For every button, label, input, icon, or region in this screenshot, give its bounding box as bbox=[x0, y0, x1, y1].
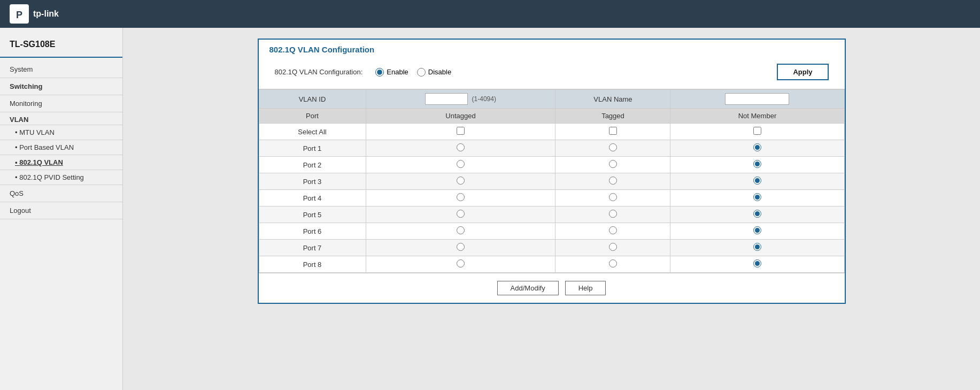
select-all-label: Select All bbox=[259, 124, 366, 140]
port-2-tagged-radio[interactable] bbox=[609, 160, 617, 168]
sidebar-item-logout[interactable]: Logout bbox=[0, 202, 122, 219]
sidebar-item-802-1q-vlan[interactable]: • 802.1Q VLAN bbox=[0, 155, 122, 170]
enable-disable-radio-group: Enable Disable bbox=[375, 68, 451, 77]
vlan-id-input[interactable] bbox=[425, 93, 468, 105]
vlan-id-row: VLAN ID (1-4094) VLAN Name bbox=[259, 90, 844, 109]
port-6-tagged-radio[interactable] bbox=[609, 226, 617, 234]
sidebar-item-mtu-vlan[interactable]: • MTU VLAN bbox=[0, 125, 122, 140]
select-all-untagged-cell bbox=[366, 124, 555, 140]
config-row: 802.1Q VLAN Configuration: Enable Disabl… bbox=[259, 57, 845, 89]
vlan-name-input[interactable] bbox=[725, 93, 789, 105]
help-button[interactable]: Help bbox=[565, 281, 606, 295]
port-5-notmember-radio[interactable] bbox=[753, 210, 761, 218]
vlan-panel: 802.1Q VLAN Configuration 802.1Q VLAN Co… bbox=[258, 39, 846, 304]
port-6-untagged-radio[interactable] bbox=[457, 226, 465, 234]
sidebar-item-system[interactable]: System bbox=[0, 61, 122, 78]
port-3-notmember-radio[interactable] bbox=[753, 177, 761, 185]
select-all-row: Select All bbox=[259, 124, 844, 140]
port-8-notmember-radio[interactable] bbox=[753, 259, 761, 267]
panel-title: 802.1Q VLAN Configuration bbox=[259, 40, 845, 57]
vlan-id-cell: (1-4094) bbox=[366, 90, 555, 109]
vlan-table: VLAN ID (1-4094) VLAN Name Port Unt bbox=[259, 89, 845, 273]
main-content: 802.1Q VLAN Configuration 802.1Q VLAN Co… bbox=[123, 28, 980, 390]
port-3-tagged-radio[interactable] bbox=[609, 177, 617, 185]
sidebar-item-switching[interactable]: Switching bbox=[0, 78, 122, 95]
tplink-logo-icon: P bbox=[10, 4, 29, 24]
table-row: Port 4 bbox=[259, 190, 844, 207]
header: P tp-link bbox=[0, 0, 980, 28]
apply-button[interactable]: Apply bbox=[777, 64, 828, 80]
enable-radio-label[interactable]: Enable bbox=[375, 68, 408, 77]
vlan-name-cell bbox=[670, 90, 844, 109]
port-2-notmember-radio[interactable] bbox=[753, 160, 761, 168]
port-7-tagged-radio[interactable] bbox=[609, 243, 617, 251]
disable-radio-label[interactable]: Disable bbox=[417, 68, 451, 77]
port-4-untagged-radio[interactable] bbox=[457, 193, 465, 201]
select-all-tagged-cell bbox=[555, 124, 670, 140]
port-3-untagged-radio[interactable] bbox=[457, 177, 465, 185]
port-7-label: Port 7 bbox=[259, 240, 366, 256]
port-2-label: Port 2 bbox=[259, 157, 366, 173]
port-3-label: Port 3 bbox=[259, 173, 366, 190]
port-4-notmember-radio[interactable] bbox=[753, 193, 761, 201]
port-1-label: Port 1 bbox=[259, 140, 366, 157]
add-modify-button[interactable]: Add/Modify bbox=[497, 281, 559, 295]
sidebar-section-vlan: VLAN bbox=[0, 112, 122, 125]
port-5-label: Port 5 bbox=[259, 207, 366, 223]
port-8-tagged-radio[interactable] bbox=[609, 259, 617, 267]
table-row: Port 5 bbox=[259, 207, 844, 223]
col-port: Port bbox=[259, 109, 366, 124]
sidebar-item-port-based-vlan[interactable]: • Port Based VLAN bbox=[0, 140, 122, 155]
bottom-buttons: Add/Modify Help bbox=[259, 273, 845, 303]
sidebar-item-802-1q-pvid[interactable]: • 802.1Q PVID Setting bbox=[0, 170, 122, 185]
logo: P tp-link bbox=[10, 4, 59, 24]
sidebar-item-qos[interactable]: QoS bbox=[0, 185, 122, 202]
table-row: Port 8 bbox=[259, 256, 844, 273]
port-7-untagged-radio[interactable] bbox=[457, 243, 465, 251]
logo-text: tp-link bbox=[33, 9, 59, 19]
port-5-untagged-radio[interactable] bbox=[457, 210, 465, 218]
svg-text:P: P bbox=[16, 10, 22, 20]
port-8-untagged-radio[interactable] bbox=[457, 259, 465, 267]
select-all-untagged-checkbox[interactable] bbox=[457, 127, 465, 135]
device-title: TL-SG108E bbox=[0, 33, 122, 58]
config-label: 802.1Q VLAN Configuration: bbox=[275, 68, 363, 76]
port-5-tagged-radio[interactable] bbox=[609, 210, 617, 218]
disable-radio[interactable] bbox=[417, 68, 426, 77]
enable-label: Enable bbox=[387, 68, 408, 76]
col-untagged: Untagged bbox=[366, 109, 555, 124]
port-6-notmember-radio[interactable] bbox=[753, 226, 761, 234]
table-row: Port 3 bbox=[259, 173, 844, 190]
table-row: Port 7 bbox=[259, 240, 844, 256]
enable-radio[interactable] bbox=[375, 68, 384, 77]
col-tagged: Tagged bbox=[555, 109, 670, 124]
sidebar-item-monitoring[interactable]: Monitoring bbox=[0, 95, 122, 112]
port-6-label: Port 6 bbox=[259, 223, 366, 240]
port-2-untagged-radio[interactable] bbox=[457, 160, 465, 168]
port-1-tagged-radio[interactable] bbox=[609, 143, 617, 151]
select-all-notmember-cell bbox=[670, 124, 844, 140]
port-1-untagged-radio[interactable] bbox=[457, 143, 465, 151]
port-4-label: Port 4 bbox=[259, 190, 366, 207]
port-4-tagged-radio[interactable] bbox=[609, 193, 617, 201]
port-7-notmember-radio[interactable] bbox=[753, 243, 761, 251]
table-row: Port 6 bbox=[259, 223, 844, 240]
disable-label: Disable bbox=[428, 68, 451, 76]
table-header-row: Port Untagged Tagged Not Member bbox=[259, 109, 844, 124]
vlan-name-label: VLAN Name bbox=[555, 90, 670, 109]
table-row: Port 2 bbox=[259, 157, 844, 173]
select-all-tagged-checkbox[interactable] bbox=[609, 127, 617, 135]
port-8-label: Port 8 bbox=[259, 256, 366, 273]
vlan-id-label: VLAN ID bbox=[259, 90, 366, 109]
select-all-notmember-checkbox[interactable] bbox=[753, 127, 761, 135]
layout: TL-SG108E System Switching Monitoring VL… bbox=[0, 28, 980, 390]
port-1-notmember-radio[interactable] bbox=[753, 143, 761, 151]
vlan-id-hint: (1-4094) bbox=[472, 95, 496, 103]
sidebar: TL-SG108E System Switching Monitoring VL… bbox=[0, 28, 123, 390]
table-row: Port 1 bbox=[259, 140, 844, 157]
col-not-member: Not Member bbox=[670, 109, 844, 124]
